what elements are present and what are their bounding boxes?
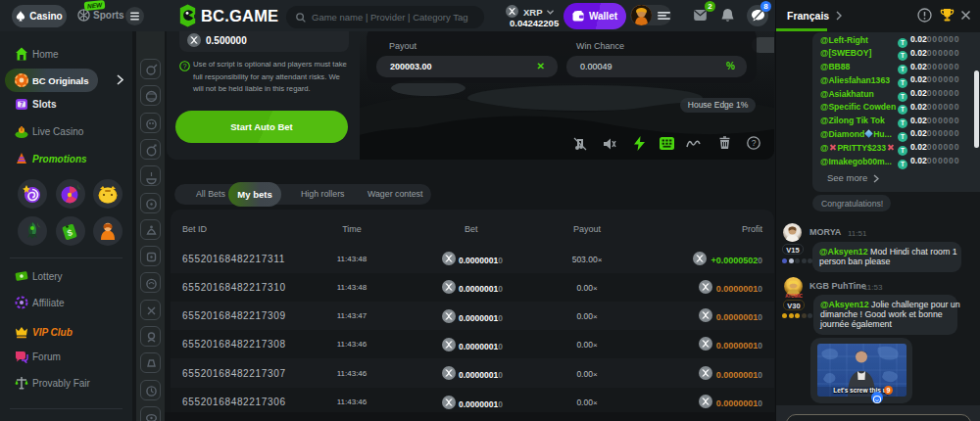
- svg-text:T: T: [901, 79, 905, 86]
- svg-text:T: T: [901, 133, 905, 140]
- svg-text:T: T: [901, 120, 905, 127]
- svg-text:T: T: [901, 107, 905, 114]
- svg-text:T: T: [901, 147, 905, 154]
- svg-text:T: T: [901, 93, 905, 100]
- svg-text:T: T: [901, 39, 905, 46]
- svg-text:7: 7: [20, 101, 24, 108]
- svg-text:T: T: [901, 161, 905, 167]
- svg-text:T: T: [901, 53, 905, 60]
- svg-text:?: ?: [182, 62, 186, 70]
- svg-text:T: T: [901, 66, 905, 72]
- svg-text:?: ?: [752, 138, 757, 148]
